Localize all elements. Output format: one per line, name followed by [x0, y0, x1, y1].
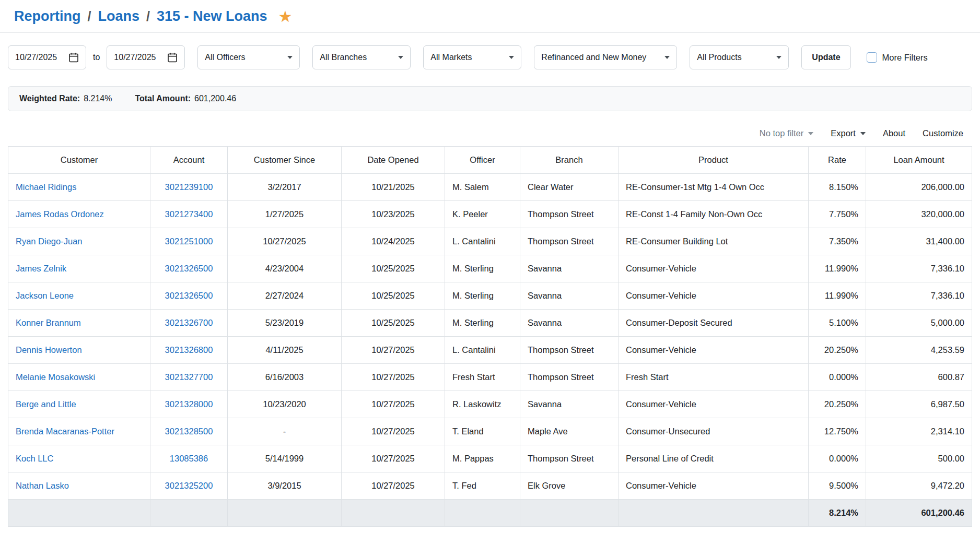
column-header-customer[interactable]: Customer	[8, 147, 150, 174]
date_opened-cell: 10/27/2025	[342, 418, 445, 445]
footer-empty-cell	[445, 500, 520, 527]
account-link[interactable]: 3021326500	[165, 291, 213, 300]
rate-cell: 0.000%	[809, 445, 866, 472]
account-link[interactable]: 3021326500	[165, 264, 213, 273]
product-cell: Consumer-Vehicle	[619, 255, 809, 282]
chevron-down-icon	[509, 56, 514, 59]
customer_since-cell: 4/11/2025	[228, 337, 342, 364]
rate-cell: 9.500%	[809, 472, 866, 500]
customer-link[interactable]: Dennis Howerton	[16, 345, 82, 354]
officer-cell: M. Pappas	[445, 445, 520, 472]
officer-cell: K. Peeler	[445, 201, 520, 228]
branch-cell: Clear Water	[520, 174, 619, 201]
customer-link[interactable]: Berge and Little	[16, 399, 76, 409]
total-amount-label: Total Amount:	[135, 94, 191, 103]
branch-cell: Maple Ave	[520, 418, 619, 445]
loans-table: CustomerAccountCustomer SinceDate Opened…	[8, 146, 972, 527]
branches-select[interactable]: All Branches	[312, 45, 411, 69]
about-button[interactable]: About	[883, 128, 905, 138]
table-row: James Zelnik30213265004/23/200410/25/202…	[8, 255, 972, 282]
account-link[interactable]: 3021273400	[165, 209, 213, 219]
export-dropdown[interactable]: Export	[831, 128, 866, 138]
customer-link[interactable]: Konner Brannum	[16, 318, 81, 327]
customer-link[interactable]: Michael Ridings	[16, 182, 76, 192]
loan_amount-cell: 5,000.00	[866, 310, 972, 337]
footer-empty-cell	[8, 500, 150, 527]
account-link[interactable]: 3021239100	[165, 182, 213, 192]
end-date-input[interactable]: 10/27/2025	[107, 45, 185, 69]
more-filters-toggle[interactable]: More Filters	[867, 52, 928, 63]
customer-link[interactable]: James Zelnik	[16, 264, 66, 273]
column-header-customer-since[interactable]: Customer Since	[228, 147, 342, 174]
loan_amount-cell: 4,253.59	[866, 337, 972, 364]
account-link[interactable]: 3021327700	[165, 372, 213, 382]
table-row: Brenda Macaranas-Potter3021328500-10/27/…	[8, 418, 972, 445]
breadcrumb: Reporting / Loans / 315 - New Loans ★	[0, 0, 980, 33]
date_opened-cell: 10/27/2025	[342, 364, 445, 391]
loan_amount-cell: 31,400.00	[866, 228, 972, 255]
customer_since-cell: 5/23/2019	[228, 310, 342, 337]
rate-cell: 5.100%	[809, 310, 866, 337]
footer-empty-cell	[520, 500, 619, 527]
rate-cell: 11.990%	[809, 255, 866, 282]
breadcrumb-loans[interactable]: Loans	[98, 8, 139, 25]
customer-link[interactable]: Koch LLC	[16, 454, 53, 463]
markets-select-value: All Markets	[430, 53, 472, 62]
customer-cell: Ryan Diego-Juan	[8, 228, 150, 255]
customer-link[interactable]: Brenda Macaranas-Potter	[16, 427, 114, 436]
product-cell: Personal Line of Credit	[619, 445, 809, 472]
customer-cell: Dennis Howerton	[8, 337, 150, 364]
start-date-input[interactable]: 10/27/2025	[8, 45, 86, 69]
weighted-rate-value: 8.214%	[84, 94, 112, 103]
date_opened-cell: 10/25/2025	[342, 255, 445, 282]
account-link[interactable]: 3021328000	[165, 399, 213, 409]
column-header-rate[interactable]: Rate	[809, 147, 866, 174]
chevron-down-icon	[776, 56, 781, 59]
account-link[interactable]: 13085386	[170, 454, 208, 463]
product-cell: Consumer-Vehicle	[619, 391, 809, 418]
date_opened-cell: 10/25/2025	[342, 282, 445, 310]
chevron-down-icon	[860, 132, 866, 135]
markets-select[interactable]: All Markets	[423, 45, 521, 69]
breadcrumb-current-report[interactable]: 315 - New Loans	[157, 8, 267, 25]
column-header-officer[interactable]: Officer	[445, 147, 520, 174]
account-cell: 3021326700	[150, 310, 228, 337]
account-cell: 3021326500	[150, 255, 228, 282]
money-type-select[interactable]: Refinanced and New Money	[534, 45, 677, 69]
account-cell: 3021327700	[150, 364, 228, 391]
account-link[interactable]: 3021325200	[165, 481, 213, 490]
products-select[interactable]: All Products	[690, 45, 789, 69]
officers-select[interactable]: All Officers	[197, 45, 300, 69]
column-header-product[interactable]: Product	[619, 147, 809, 174]
favorite-star-icon[interactable]: ★	[278, 9, 293, 25]
table-footer-row: 8.214%601,200.46	[8, 500, 972, 527]
customer-link[interactable]: Jackson Leone	[16, 291, 74, 300]
customer-link[interactable]: Nathan Lasko	[16, 481, 69, 490]
account-link[interactable]: 3021328500	[165, 427, 213, 436]
officer-cell: T. Eland	[445, 418, 520, 445]
customer-link[interactable]: James Rodas Ordonez	[16, 209, 104, 219]
update-button[interactable]: Update	[801, 45, 850, 69]
account-cell: 3021326500	[150, 282, 228, 310]
customize-button[interactable]: Customize	[923, 128, 963, 138]
breadcrumb-reporting[interactable]: Reporting	[14, 8, 81, 25]
branch-cell: Thompson Street	[520, 364, 619, 391]
rate-cell: 8.150%	[809, 174, 866, 201]
column-header-account[interactable]: Account	[150, 147, 228, 174]
account-link[interactable]: 3021326700	[165, 318, 213, 327]
footer-empty-cell	[619, 500, 809, 527]
rate-cell: 7.350%	[809, 228, 866, 255]
branch-cell: Elk Grove	[520, 472, 619, 500]
customer-link[interactable]: Melanie Mosakowski	[16, 372, 95, 382]
account-link[interactable]: 3021251000	[165, 236, 213, 246]
more-filters-checkbox[interactable]	[867, 52, 877, 63]
customer-link[interactable]: Ryan Diego-Juan	[16, 236, 83, 246]
rate-cell: 11.990%	[809, 282, 866, 310]
account-link[interactable]: 3021326800	[165, 345, 213, 354]
top-filter-dropdown[interactable]: No top filter	[760, 128, 813, 138]
product-cell: Fresh Start	[619, 364, 809, 391]
column-header-date-opened[interactable]: Date Opened	[342, 147, 445, 174]
column-header-branch[interactable]: Branch	[520, 147, 619, 174]
rate-cell: 7.750%	[809, 201, 866, 228]
column-header-loan-amount[interactable]: Loan Amount	[866, 147, 972, 174]
